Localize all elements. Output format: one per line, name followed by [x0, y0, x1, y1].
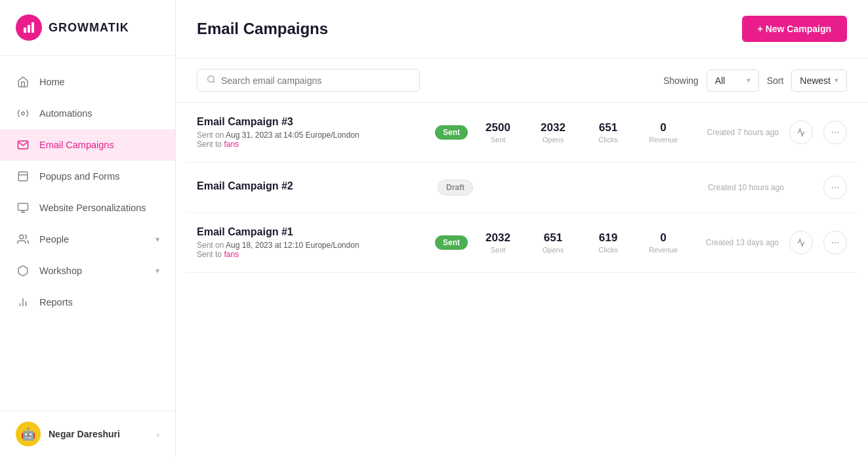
stat-revenue: 0 Revenue [644, 121, 683, 144]
website-icon [16, 201, 30, 215]
sidebar-item-automations[interactable]: Automations [0, 98, 175, 129]
sent-on: Sent on Aug 18, 2023 at 12:10 Europe/Lon… [197, 241, 360, 250]
sidebar: GROWMATIK Home Automations [0, 0, 176, 457]
campaign-name: Email Campaign #3 [197, 116, 424, 128]
showing-select[interactable]: All ▾ [707, 70, 759, 92]
svg-point-13 [208, 76, 214, 82]
stat-label: Clicks [589, 136, 628, 144]
page-title: Email Campaigns [197, 20, 328, 38]
svg-point-19 [835, 187, 836, 188]
user-profile[interactable]: 🤖 Negar Dareshuri › [0, 410, 175, 457]
sent-on: Sent on Aug 31, 2023 at 14:05 Europe/Lon… [197, 130, 360, 140]
stats-button[interactable] [789, 231, 813, 254]
sent-to: Sent to fans [197, 250, 239, 259]
campaign-meta: Sent on Aug 18, 2023 at 12:10 Europe/Lon… [197, 241, 424, 259]
chevron-down-icon: ▾ [155, 235, 159, 244]
sidebar-item-label: Popups and Forms [39, 171, 120, 182]
svg-point-17 [837, 132, 838, 133]
stat-value: 619 [589, 231, 628, 245]
sidebar-item-label: Automations [39, 108, 93, 119]
created-text: Created 10 hours ago [699, 183, 784, 192]
sidebar-nav: Home Automations Email Campaigns [0, 56, 175, 410]
chevron-down-icon: ▾ [747, 76, 751, 85]
reports-icon [16, 295, 30, 309]
logo-icon [16, 14, 42, 41]
campaign-row: Email Campaign #2 Draft -Sent -Opens -Cl… [186, 163, 858, 213]
more-options-button[interactable] [823, 176, 847, 199]
email-campaigns-icon [16, 138, 30, 152]
campaign-stats: 2500 Sent 2032 Opens 651 Clicks 0 Revenu… [478, 121, 683, 144]
stat-label: Revenue [644, 136, 683, 144]
stat-sent: 2500 Sent [478, 121, 518, 144]
sidebar-item-label: Reports [39, 297, 73, 308]
campaign-meta: Sent on Aug 31, 2023 at 14:05 Europe/Lon… [197, 130, 424, 149]
sidebar-item-workshop[interactable]: Workshop ▾ [0, 255, 175, 287]
stat-sent: 2032 Sent [478, 231, 518, 254]
stat-label: Opens [533, 136, 573, 144]
svg-rect-4 [18, 172, 28, 181]
home-icon [16, 75, 30, 89]
stat-revenue: 0 Revenue [644, 231, 683, 254]
campaign-row: Email Campaign #1 Sent on Aug 18, 2023 a… [186, 213, 858, 273]
stat-label: Sent [478, 246, 518, 254]
toolbar: Showing All ▾ Sort Newest ▾ [176, 58, 868, 103]
status-badge: Sent [435, 235, 468, 250]
campaigns-list: Email Campaign #3 Sent on Aug 31, 2023 a… [176, 103, 868, 457]
more-options-button[interactable] [823, 231, 847, 254]
svg-rect-2 [31, 22, 34, 33]
svg-point-23 [837, 242, 838, 243]
sort-label: Sort [767, 75, 784, 86]
chevron-down-icon: ▾ [155, 266, 159, 275]
automations-icon [16, 106, 30, 121]
svg-point-21 [832, 242, 833, 243]
search-box[interactable] [197, 69, 420, 92]
sidebar-logo: GROWMATIK [0, 0, 175, 56]
stat-clicks: 651 Clicks [589, 121, 628, 144]
sidebar-item-popups-forms[interactable]: Popups and Forms [0, 161, 175, 192]
sidebar-item-email-campaigns[interactable]: Email Campaigns [0, 129, 175, 161]
svg-point-15 [832, 132, 833, 133]
svg-point-9 [20, 235, 24, 239]
svg-point-20 [837, 187, 838, 188]
sidebar-item-label: Workshop [39, 266, 82, 276]
people-icon [16, 232, 30, 247]
popups-icon [16, 169, 30, 184]
more-options-button[interactable] [823, 121, 847, 144]
sidebar-item-reports[interactable]: Reports [0, 287, 175, 318]
stat-value: 651 [533, 231, 573, 245]
sent-to: Sent to fans [197, 140, 239, 149]
stat-label: Opens [533, 246, 573, 254]
app-name: GROWMATIK [49, 21, 129, 35]
sidebar-item-label: People [39, 234, 69, 245]
sidebar-item-website-personalizations[interactable]: Website Personalizations [0, 192, 175, 224]
new-campaign-button[interactable]: + New Campaign [742, 16, 847, 42]
stats-button[interactable] [789, 121, 813, 144]
search-icon [207, 75, 216, 86]
stat-opens: 651 Opens [533, 231, 573, 254]
stat-value: 651 [589, 121, 628, 134]
status-badge: Sent [435, 125, 468, 140]
sidebar-item-label: Home [39, 77, 65, 87]
user-name: Negar Dareshuri [49, 429, 149, 439]
svg-point-18 [832, 187, 833, 188]
created-text: Created 13 days ago [693, 238, 779, 247]
chevron-right-icon: › [157, 429, 159, 439]
stat-value: 2500 [478, 121, 518, 134]
campaign-name: Email Campaign #1 [197, 226, 424, 238]
svg-point-22 [835, 242, 836, 243]
avatar: 🤖 [16, 422, 41, 447]
search-input[interactable] [221, 75, 410, 86]
campaign-row: Email Campaign #3 Sent on Aug 31, 2023 a… [186, 103, 858, 163]
stat-label: Sent [478, 136, 518, 144]
sort-select[interactable]: Newest ▾ [791, 70, 847, 92]
stat-value: 0 [644, 231, 683, 245]
stat-value: 0 [644, 121, 683, 134]
campaign-stats: 2032 Sent 651 Opens 619 Clicks 0 Revenue [478, 231, 683, 254]
svg-rect-0 [24, 28, 26, 33]
sidebar-item-home[interactable]: Home [0, 66, 175, 98]
sidebar-item-people[interactable]: People ▾ [0, 224, 175, 255]
stat-opens: 2032 Opens [533, 121, 573, 144]
stat-clicks: 619 Clicks [589, 231, 628, 254]
campaign-info: Email Campaign #2 [197, 180, 427, 195]
showing-label: Showing [663, 75, 699, 86]
